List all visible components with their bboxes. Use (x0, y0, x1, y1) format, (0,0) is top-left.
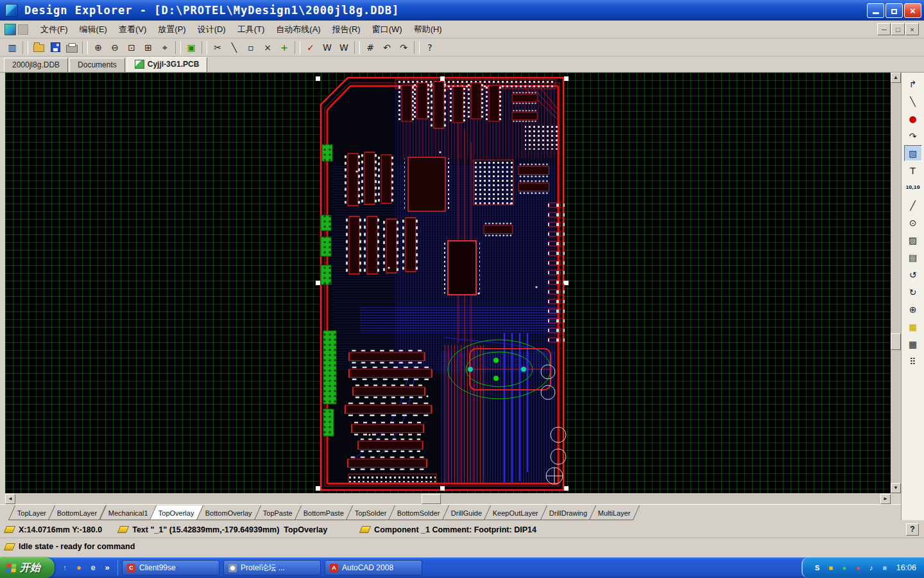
layer-tab-keepoutlayer[interactable]: KeepOutLayer (484, 505, 547, 520)
scroll-down-button[interactable]: ▼ (891, 483, 901, 493)
place-arc-button[interactable]: ↷ (904, 128, 922, 144)
place-track-button[interactable]: ╲ (904, 93, 922, 109)
layer-tab-bottomlayer[interactable]: BottomLayer (48, 505, 107, 520)
placement-tool-panel: ↱ ╲ ● ↷ ▧ T 10,10 ╱ ⊙ ▨ ▤ ↺ ↻ ⊕ ■ ▦ ⠿ (901, 73, 924, 520)
place-room-button[interactable]: ■ (904, 319, 922, 335)
pan-button[interactable]: ⌖ (157, 40, 173, 55)
security-shield-tray-icon[interactable]: ■ (826, 563, 835, 572)
layer-tab-toppaste[interactable]: TopPaste (254, 505, 302, 520)
menu-edit[interactable]: 编辑(E) (74, 21, 113, 38)
component-array-button[interactable]: ⠿ (904, 353, 922, 369)
select-area-button[interactable]: ▫ (243, 40, 259, 55)
task-client99se[interactable]: C Client99se (122, 560, 219, 575)
place-via-button[interactable]: ● (904, 110, 922, 127)
vertical-scrollbar[interactable]: ▲ ▼ (891, 73, 901, 493)
tab-documents[interactable]: Documents (69, 58, 125, 72)
tab-ddb[interactable]: 2000jl8g.DDB (4, 58, 68, 72)
mdi-close-button[interactable]: × (905, 23, 919, 35)
horizontal-scroll-thumb[interactable] (422, 494, 441, 504)
rotate-cw-button[interactable]: ↻ (904, 284, 922, 300)
layer-tab-drillguide[interactable]: DrillGuide (442, 505, 492, 520)
menu-file[interactable]: 文件(F) (35, 21, 74, 38)
start-button[interactable]: 开始 (0, 557, 55, 578)
zoom-window-button[interactable]: ⊡ (124, 40, 139, 55)
layer-tab-topsolder[interactable]: TopSolder (346, 505, 396, 520)
layer-tab-multilayer[interactable]: MultiLayer (589, 505, 640, 520)
paste-array-button[interactable]: ▤ (904, 249, 922, 265)
pad-icon: ⊙ (909, 218, 917, 227)
rotate-ccw-button[interactable]: ↺ (904, 267, 922, 283)
inactive-doc-icon (18, 24, 28, 35)
scroll-right-button[interactable]: ► (880, 494, 891, 504)
place-pad-button[interactable]: ⊙ (904, 215, 922, 231)
task-autocad-2008[interactable]: A AutoCAD 2008 (325, 560, 422, 575)
updater-tray-icon[interactable]: ● (853, 563, 862, 572)
sogou-tray-icon[interactable]: S (813, 563, 822, 572)
layer-tab-bottomoverlay[interactable]: BottomOverlay (196, 505, 261, 520)
toggle-grid-button[interactable]: # (363, 40, 378, 55)
context-help-button[interactable]: ? (906, 523, 919, 536)
menu-view[interactable]: 查看(V) (113, 21, 152, 38)
menu-window[interactable]: 窗口(W) (366, 21, 408, 38)
pcb-canvas[interactable] (5, 73, 891, 493)
antivirus-tray-icon[interactable]: ● (840, 563, 849, 572)
vertical-scroll-thumb[interactable] (891, 333, 901, 350)
document-options-button[interactable]: ▥ (4, 40, 20, 55)
layer-tab-topoverlay[interactable]: TopOverlay (150, 505, 203, 520)
layer-tab-mechanical1[interactable]: Mechanical1 (99, 505, 157, 520)
layer-tab-bottompaste[interactable]: BottomPaste (295, 505, 353, 520)
zoom-out-button[interactable]: ⊖ (107, 40, 123, 55)
move-cross-icon: + (280, 43, 288, 52)
open-button[interactable] (31, 40, 46, 55)
task-label: Protel论坛 ... (241, 563, 285, 574)
highlight-net-button[interactable]: ▧ (904, 145, 922, 161)
close-button[interactable]: × (904, 3, 921, 18)
netlist-2-button[interactable]: W (336, 40, 352, 55)
tab-pcb[interactable]: Cyjjl-3G1.PCB (126, 57, 208, 72)
internet-explorer-icon[interactable]: e (88, 563, 98, 573)
clear-selection-button[interactable]: × (260, 40, 275, 55)
menu-place[interactable]: 放置(P) (152, 21, 191, 38)
task-protel-forum[interactable]: ◉ Protel论坛 ... (223, 560, 321, 575)
mdi-minimize-button[interactable]: ─ (877, 23, 891, 35)
netlist-1-button[interactable]: W (320, 40, 335, 55)
restore-button[interactable] (886, 3, 903, 18)
place-coordinate-button[interactable]: 10,10 (904, 180, 922, 196)
horizontal-scrollbar[interactable]: ◄ ► (5, 494, 891, 504)
board-image-button[interactable]: ▣ (184, 40, 199, 55)
redo-button[interactable]: ↷ (396, 40, 411, 55)
interactive-routing-button[interactable]: ↱ (904, 76, 922, 92)
quick-launch-overflow-icon[interactable]: » (102, 563, 112, 573)
menu-tools[interactable]: 工具(T) (232, 21, 271, 38)
layer-tab-bottomsolder[interactable]: BottomSolder (388, 505, 449, 520)
zoom-document-button[interactable]: ⊞ (141, 40, 156, 55)
save-button[interactable] (47, 40, 63, 55)
zoom-in-button[interactable]: ⊕ (90, 40, 106, 55)
set-origin-button[interactable]: ⊕ (904, 301, 922, 317)
menu-autoroute[interactable]: 自动布线(A) (270, 21, 326, 38)
place-text-button[interactable]: T (904, 162, 922, 179)
place-polygon-button[interactable]: ▨ (904, 232, 922, 248)
drc-check-button[interactable]: ✓ (303, 40, 318, 55)
place-line-button[interactable]: ╲ (227, 40, 242, 55)
scroll-left-button[interactable]: ◄ (5, 494, 15, 504)
scroll-up-button[interactable]: ▲ (891, 73, 901, 83)
split-plane-button[interactable]: ▦ (904, 336, 922, 352)
tray-clock: 16:06 (896, 563, 916, 572)
mdi-restore-button[interactable]: □ (891, 23, 905, 35)
network-tray-icon[interactable]: ■ (880, 563, 889, 572)
menu-reports[interactable]: 报告(R) (327, 21, 366, 38)
show-desktop-icon[interactable]: ↑ (60, 563, 70, 573)
volume-tray-icon[interactable]: ♪ (867, 563, 876, 572)
browser-icon[interactable]: ● (74, 563, 84, 573)
move-button[interactable]: + (277, 40, 292, 55)
help-button[interactable]: ? (422, 40, 438, 55)
print-button[interactable] (64, 40, 80, 55)
layer-tab-drilldrawing[interactable]: DrillDrawing (540, 505, 597, 520)
minimize-button[interactable] (867, 3, 884, 18)
menu-help[interactable]: 帮助(H) (408, 21, 448, 38)
undo-button[interactable]: ↶ (379, 40, 395, 55)
menu-design[interactable]: 设计(D) (192, 21, 232, 38)
knife-button[interactable]: ✂ (210, 40, 225, 55)
place-dimension-button[interactable]: ╱ (904, 197, 922, 213)
